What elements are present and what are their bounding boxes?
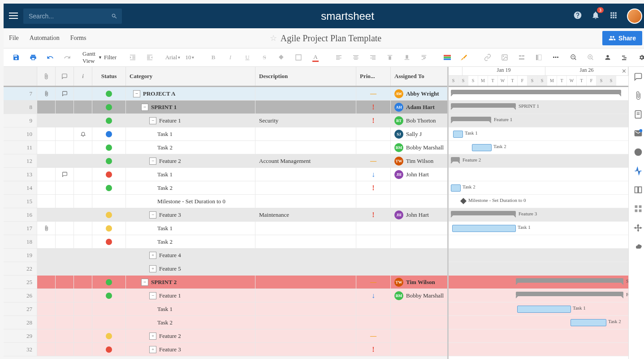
comment-cell[interactable] xyxy=(56,316,74,329)
gantt-summary-bar[interactable] xyxy=(516,292,623,296)
priority-cell[interactable] xyxy=(356,235,391,248)
status-cell[interactable] xyxy=(92,127,126,140)
desc-cell[interactable] xyxy=(255,168,356,181)
gantt-row[interactable] xyxy=(449,329,628,343)
desc-cell[interactable] xyxy=(255,262,356,275)
comment-cell[interactable] xyxy=(56,87,74,100)
info-cell[interactable] xyxy=(74,222,92,235)
priority-cell[interactable] xyxy=(356,127,391,140)
row-number[interactable]: 8 xyxy=(4,101,37,114)
row-number[interactable]: 32 xyxy=(4,343,37,356)
expand-icon[interactable]: − xyxy=(149,292,156,299)
expand-icon[interactable]: + xyxy=(149,333,156,340)
row-number[interactable]: 27 xyxy=(4,302,37,315)
comment-cell[interactable] xyxy=(56,181,74,194)
attach-cell[interactable] xyxy=(37,222,56,235)
table-row[interactable]: 27Task 13d xyxy=(4,302,447,316)
comment-cell[interactable] xyxy=(56,222,74,235)
expand-icon[interactable]: − xyxy=(149,158,156,165)
row-number[interactable]: 17 xyxy=(4,222,37,235)
table-row[interactable]: 18Task 2 xyxy=(4,235,447,249)
wrap-button[interactable] xyxy=(416,51,432,64)
category-cell-wrap[interactable]: Milestone - Set Duration to 0 xyxy=(126,195,255,208)
info-cell[interactable] xyxy=(74,114,92,127)
row-number[interactable]: 25 xyxy=(4,276,37,289)
status-cell[interactable] xyxy=(92,289,126,302)
comment-cell[interactable] xyxy=(56,249,74,262)
gantt-row[interactable]: Feature 2 xyxy=(449,154,628,168)
col-comment[interactable] xyxy=(56,67,74,86)
menu-automation[interactable]: Automation xyxy=(30,35,60,42)
attach-cell[interactable] xyxy=(37,329,56,342)
image-button[interactable] xyxy=(497,51,513,64)
comment-cell[interactable] xyxy=(56,101,74,114)
status-cell[interactable] xyxy=(92,235,126,248)
col-status[interactable]: Status xyxy=(92,67,126,86)
priority-cell[interactable]: ! xyxy=(356,101,391,114)
align-center-button[interactable] xyxy=(348,51,364,64)
row-number[interactable]: 10 xyxy=(4,127,37,140)
row-number[interactable]: 11 xyxy=(4,141,37,154)
gantt-row[interactable] xyxy=(449,262,628,276)
gantt-row[interactable]: Task 1 xyxy=(449,127,628,141)
priority-cell[interactable] xyxy=(356,316,391,329)
gantt-task-bar[interactable] xyxy=(452,225,516,232)
status-cell[interactable] xyxy=(92,114,126,127)
gantt-row[interactable] xyxy=(449,249,628,262)
priority-cell[interactable]: ― xyxy=(356,329,391,342)
status-cell[interactable] xyxy=(92,141,126,154)
priority-cell[interactable]: ! xyxy=(356,208,391,221)
salesforce-icon[interactable] xyxy=(634,242,643,251)
strike-button[interactable]: S xyxy=(256,51,272,64)
comments-panel-icon[interactable] xyxy=(634,72,643,81)
more-button[interactable]: ••• xyxy=(548,51,564,64)
category-cell-wrap[interactable]: Task 1 xyxy=(126,127,255,140)
attach-cell[interactable] xyxy=(37,87,56,100)
info-cell[interactable] xyxy=(74,208,92,221)
status-cell[interactable] xyxy=(92,181,126,194)
assigned-cell[interactable]: BTBob Thorton xyxy=(391,114,447,127)
expand-icon[interactable]: − xyxy=(141,104,148,111)
zoom-out-button[interactable] xyxy=(566,51,582,64)
align-right-button[interactable] xyxy=(365,51,381,64)
save-button[interactable] xyxy=(8,51,24,64)
col-assigned[interactable]: Assigned To xyxy=(391,67,447,86)
gantt-row[interactable] xyxy=(449,235,628,249)
table-row[interactable]: 29+Feature 2― xyxy=(4,329,447,343)
table-row[interactable]: 14Task 2!1d xyxy=(4,181,447,195)
info-cell[interactable] xyxy=(74,87,92,100)
category-cell-wrap[interactable]: −PROJECT A xyxy=(126,87,255,100)
gantt-summary-bar[interactable] xyxy=(516,278,623,283)
gantt-task-bar[interactable] xyxy=(472,144,492,151)
attach-cell[interactable] xyxy=(37,141,56,154)
attachments-panel-icon[interactable] xyxy=(634,91,643,100)
assigned-cell[interactable] xyxy=(391,222,447,235)
assigned-cell[interactable] xyxy=(391,249,447,262)
col-category[interactable]: Category xyxy=(126,67,255,86)
status-cell[interactable] xyxy=(92,101,126,114)
conditional-format-button[interactable] xyxy=(439,51,455,64)
redo-button[interactable] xyxy=(59,51,75,64)
desc-cell[interactable] xyxy=(255,343,356,356)
table-row[interactable]: 16−Feature 3Maintenance!JHJohn Hart5d xyxy=(4,208,447,222)
timeline-week[interactable]: Jan 26 xyxy=(545,67,628,76)
timeline-week[interactable]: Jan 19 xyxy=(462,67,545,76)
assigned-cell[interactable] xyxy=(391,195,447,208)
fill-color-button[interactable] xyxy=(273,51,290,64)
row-number[interactable]: 14 xyxy=(4,181,37,194)
attach-cell[interactable] xyxy=(37,195,56,208)
table-row[interactable]: 15Milestone - Set Duration to 00 xyxy=(4,195,447,208)
expand-icon[interactable]: + xyxy=(149,265,156,272)
gantt-row[interactable]: Feature 1 xyxy=(449,114,628,127)
attach-cell[interactable] xyxy=(37,249,56,262)
desc-cell[interactable] xyxy=(255,249,356,262)
status-cell[interactable] xyxy=(92,154,126,167)
settings-button[interactable] xyxy=(634,51,644,64)
table-row[interactable]: 11Task 2BMBobby Marshall2d xyxy=(4,141,447,154)
highlight-button[interactable] xyxy=(456,51,472,64)
attach-cell[interactable] xyxy=(37,302,56,315)
category-cell-wrap[interactable]: Task 2 xyxy=(126,316,255,329)
desc-cell[interactable] xyxy=(255,87,356,100)
comment-cell[interactable] xyxy=(56,168,74,181)
comment-cell[interactable] xyxy=(56,141,74,154)
